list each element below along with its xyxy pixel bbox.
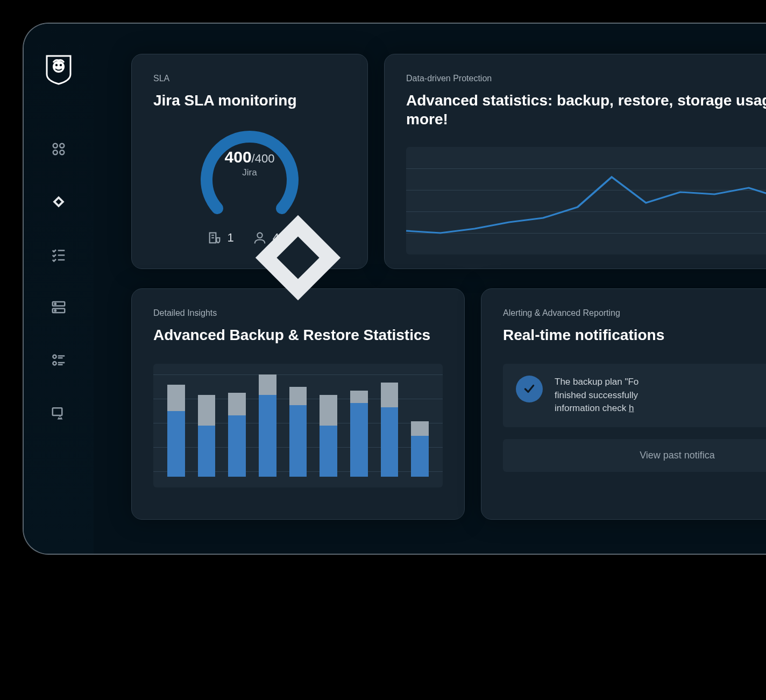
sla-title: Jira SLA monitoring: [153, 91, 346, 110]
server-icon: [51, 299, 67, 315]
svg-point-2: [60, 64, 62, 66]
bar-column: [289, 387, 307, 477]
nav-storage[interactable]: [48, 297, 69, 317]
protection-title: Advanced statistics: backup, restore, st…: [406, 91, 766, 129]
alerting-card: Alerting & Advanced Reporting Real-time …: [481, 288, 766, 520]
svg-point-5: [53, 150, 58, 154]
sla-eyebrow: SLA: [153, 74, 346, 83]
grid-icon: [51, 141, 67, 157]
bar-column: [411, 421, 429, 477]
bar-column: [381, 383, 399, 477]
sla-card: SLA Jira SLA monitoring 400/400 Jira: [131, 54, 368, 269]
nav-alerts[interactable]: [48, 402, 69, 423]
gauge-label: Jira: [242, 167, 257, 178]
nav-jira[interactable]: [48, 192, 69, 212]
view-past-notifications[interactable]: View past notifica: [503, 439, 766, 472]
sidebar: [24, 24, 94, 554]
nav-tasks[interactable]: [48, 244, 69, 265]
bar-column: [198, 395, 216, 477]
svg-point-6: [60, 150, 64, 154]
svg-point-0: [53, 61, 65, 73]
device-frame: SLA Jira SLA monitoring 400/400 Jira: [23, 23, 766, 555]
svg-point-16: [53, 355, 56, 358]
svg-point-14: [55, 303, 56, 305]
device-alert-icon: [51, 405, 67, 421]
checklist-icon: [51, 246, 67, 263]
bar-column: [167, 385, 185, 477]
sla-orgs-stat: 1: [207, 230, 234, 245]
orgs-count: 1: [228, 231, 234, 245]
nav-apps[interactable]: [48, 139, 69, 159]
svg-rect-22: [53, 408, 62, 415]
protection-card: Data-driven Protection Advanced statisti…: [384, 54, 766, 269]
protection-eyebrow: Data-driven Protection: [406, 74, 766, 83]
diamond-icon: [51, 194, 67, 210]
past-link-label: View past notifica: [640, 450, 715, 461]
notification-item[interactable]: The backup plan "Fo finished successfull…: [503, 364, 766, 427]
bar-column: [259, 374, 276, 477]
line-chart: [406, 147, 766, 254]
svg-point-4: [60, 144, 64, 148]
jira-diamond-icon: [242, 201, 258, 217]
insights-card: Detailed Insights Advanced Backup & Rest…: [131, 288, 465, 520]
sla-gauge: 400/400 Jira: [193, 119, 306, 216]
bar-column: [228, 393, 246, 477]
svg-point-15: [55, 310, 56, 312]
notification-text: The backup plan "Fo finished successfull…: [555, 376, 639, 415]
bar-column: [350, 391, 368, 477]
bar-chart: [153, 364, 443, 487]
nav-accounts[interactable]: [48, 350, 69, 370]
gauge-current: 400: [225, 148, 252, 166]
gauge-value: 400/400: [225, 148, 275, 166]
bar-column: [320, 395, 337, 477]
svg-point-3: [53, 144, 58, 148]
insights-title: Advanced Backup & Restore Statistics: [153, 326, 443, 344]
users-list-icon: [51, 352, 67, 368]
building-shield-icon: [207, 230, 222, 245]
gauge-max: 400: [255, 152, 275, 165]
success-check-icon: [516, 376, 543, 402]
app-logo: [45, 54, 73, 85]
svg-point-19: [53, 362, 56, 365]
alerting-eyebrow: Alerting & Advanced Reporting: [503, 308, 766, 318]
main-content: SLA Jira SLA monitoring 400/400 Jira: [94, 24, 766, 554]
svg-point-1: [55, 64, 58, 66]
alerting-title: Real-time notifications: [503, 326, 766, 344]
